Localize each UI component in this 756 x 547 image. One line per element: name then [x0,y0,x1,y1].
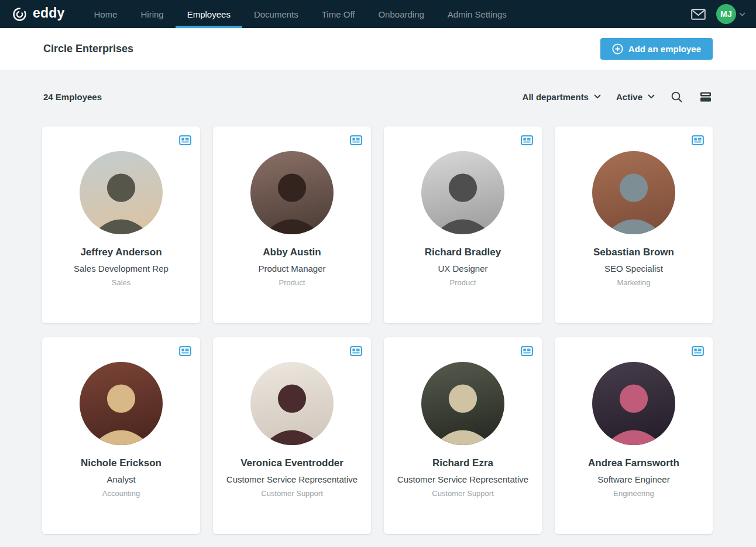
mail-icon[interactable] [689,6,708,22]
nav-item-employees[interactable]: Employees [176,0,242,28]
employee-card[interactable]: Jeffrey Anderson Sales Development Rep S… [42,127,200,323]
employee-name: Jeffrey Anderson [80,247,161,258]
top-navbar: eddy Home Hiring Employees Documents Tim… [0,0,756,28]
chevron-down-icon [594,94,601,99]
contact-card-icon[interactable] [690,134,705,146]
employee-card[interactable]: Andrea Farnsworth Software Engineer Engi… [555,337,713,534]
employee-photo [250,362,334,445]
nav-item-home[interactable]: Home [82,0,129,28]
contact-card-icon[interactable] [690,345,705,357]
contact-card-icon[interactable] [349,134,363,146]
add-employee-button[interactable]: Add an employee [600,38,713,60]
chevron-down-icon [648,94,655,99]
employee-department: Customer Support [432,489,494,498]
eddy-logo-icon [12,6,28,22]
brand-name: eddy [33,6,64,22]
employee-photo [592,362,675,445]
employee-title: Analyst [106,474,135,484]
contact-card-icon[interactable] [520,345,534,357]
employee-count: 24 Employees [43,92,102,102]
add-employee-label: Add an employee [628,44,701,54]
status-filter-label: Active [616,92,642,102]
employee-department: Marketing [617,278,650,287]
list-view-icon[interactable] [699,91,713,103]
department-filter-label: All departments [523,92,589,102]
user-avatar[interactable]: MJ [716,4,736,24]
toolbar-controls: All departments Active [523,90,713,104]
nav-item-documents[interactable]: Documents [242,0,310,28]
nav-item-admin-settings[interactable]: Admin Settings [436,0,518,28]
employee-department: Product [279,278,305,287]
contact-card-icon[interactable] [520,134,534,146]
employee-photo [80,362,163,445]
contact-card-icon[interactable] [349,345,363,357]
employee-name: Richard Bradley [425,247,501,258]
employee-photo [592,151,675,234]
employee-card[interactable]: Richard Bradley UX Designer Product [384,127,542,323]
navbar-right: MJ [689,0,756,28]
employee-name: Sebastian Brown [593,247,674,258]
employee-title: Customer Service Representative [226,474,358,484]
employee-photo [80,151,163,234]
employee-card[interactable]: Abby Austin Product Manager Product [213,127,371,323]
employee-title: UX Designer [438,264,487,274]
department-filter-dropdown[interactable]: All departments [523,92,601,102]
employee-department: Accounting [102,489,140,498]
employee-department: Customer Support [261,489,323,498]
brand-logo[interactable]: eddy [0,0,73,28]
directory-toolbar: 24 Employees All departments Active [0,86,756,108]
employee-name: Andrea Farnsworth [588,457,679,469]
search-icon[interactable] [670,90,683,104]
main-nav: Home Hiring Employees Documents Time Off… [82,0,518,28]
employee-card[interactable]: Richard Ezra Customer Service Representa… [384,337,542,534]
employee-name: Abby Austin [263,247,321,258]
employee-department: Product [450,278,476,287]
status-filter-dropdown[interactable]: Active [616,92,655,102]
employee-name: Richard Ezra [432,457,493,469]
employee-name: Nichole Erickson [81,457,161,469]
employee-name: Veronica Eventrodder [240,457,343,469]
user-menu[interactable]: MJ [716,4,745,24]
company-name-title: Circle Enterprises [43,43,133,55]
employee-title: Customer Service Representative [397,474,528,484]
employee-photo [421,362,504,445]
plus-circle-icon [612,43,623,54]
employee-grid: Jeffrey Anderson Sales Development Rep S… [0,127,756,534]
employee-department: Sales [112,278,131,287]
employee-photo [421,151,504,234]
employee-card[interactable]: Sebastian Brown SEO Specialist Marketing [555,127,713,323]
chevron-down-icon [739,12,745,16]
employee-photo [250,151,334,234]
employee-title: Sales Development Rep [74,264,169,274]
employee-department: Engineering [613,489,654,498]
employee-card[interactable]: Veronica Eventrodder Customer Service Re… [213,337,371,534]
employee-title: SEO Specialist [604,264,663,274]
nav-item-time-off[interactable]: Time Off [310,0,367,28]
contact-card-icon[interactable] [178,134,193,146]
employee-title: Software Engineer [597,474,669,484]
nav-item-hiring[interactable]: Hiring [129,0,176,28]
nav-item-onboarding[interactable]: Onboarding [366,0,435,28]
employee-title: Product Manager [258,264,325,274]
contact-card-icon[interactable] [178,345,193,357]
page-header: Circle Enterprises Add an employee [0,28,756,70]
employee-card[interactable]: Nichole Erickson Analyst Accounting [42,337,200,534]
